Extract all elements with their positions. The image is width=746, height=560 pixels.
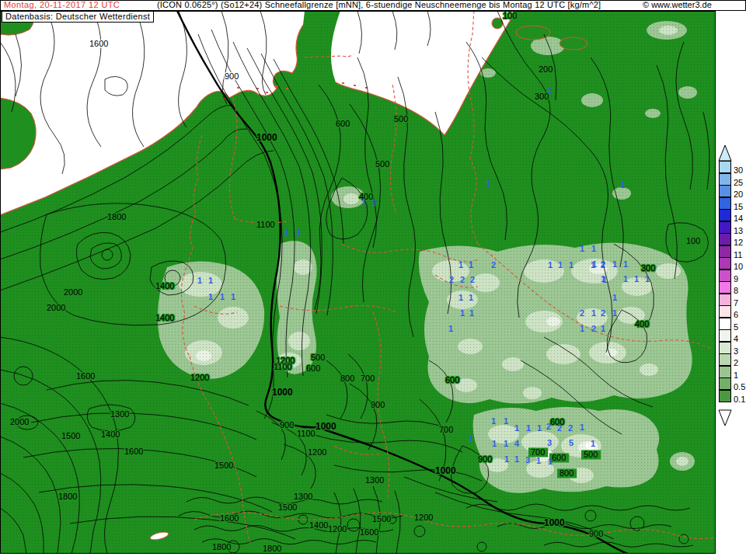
bold-contour-label: 1000: [256, 132, 277, 143]
boxed-contour-label: 800: [560, 468, 573, 478]
snow-amount-value: 2: [601, 259, 605, 269]
contour-label: 1200: [328, 524, 347, 534]
snow-amount-value: 1: [536, 456, 541, 465]
legend-value-label: 0.5: [734, 383, 745, 391]
island: [560, 37, 587, 50]
legend-arrow-down-icon: [718, 409, 732, 426]
snow-amount-value: 1: [491, 416, 496, 426]
snow-amount-value: 1: [469, 293, 473, 302]
snow-amount-value: 2: [372, 198, 377, 207]
contour-label: 1600: [76, 371, 95, 381]
contour-label: 600: [445, 375, 459, 384]
snow-amount-value: 1: [361, 198, 366, 207]
legend-value-label: 25: [734, 179, 743, 187]
legend-value-label: 5: [734, 323, 738, 332]
contour-label: 2000: [47, 303, 65, 312]
contour-label: 600: [336, 119, 350, 128]
snow-amount-value: 1: [284, 228, 289, 238]
legend-value-label: 30: [734, 166, 743, 175]
snow-amount-value: 2: [460, 275, 465, 284]
bold-contour-label: 1000: [272, 387, 293, 398]
snow-amount-value: 1: [514, 454, 519, 464]
snow-amount-value: 1: [492, 439, 497, 448]
legend-color-box: [719, 329, 731, 342]
snow-amount-value: 2: [591, 324, 596, 333]
snow-amount-value: 1: [612, 293, 617, 302]
contour-label: 1500: [278, 503, 297, 512]
contour-label: 900: [371, 400, 385, 409]
contour-label: 1800: [107, 212, 126, 221]
snow-amount-value: 2: [580, 308, 584, 318]
snow-amount-value: 1: [612, 308, 617, 318]
contour-label: 100: [503, 11, 517, 20]
legend-value-label: 2: [734, 359, 738, 367]
snow-amount-value: 1: [296, 228, 301, 238]
contour-label: 200: [539, 64, 553, 74]
snow-amount-value: 3: [547, 438, 552, 447]
snow-amount-value: 1: [601, 274, 605, 283]
snow-amount-value: 1: [548, 260, 553, 270]
legend-color-box: [719, 197, 731, 210]
snow-amount-value: 1: [460, 308, 465, 318]
legend-value-label: 14: [734, 214, 743, 223]
snow-amount-value: 1: [634, 274, 639, 283]
snow-amount-value: 1: [620, 180, 625, 190]
snow-amount-value: 2: [491, 260, 496, 270]
bold-contour-label: 1000: [315, 421, 336, 432]
contour-label: 1300: [110, 409, 129, 419]
island: [516, 26, 550, 40]
snow-amount-value: 1: [548, 457, 553, 466]
legend-value-label: 4: [734, 335, 738, 343]
legend-color-box: [719, 173, 731, 186]
contour-label: 300: [641, 263, 655, 273]
legend-value-label: 20: [734, 190, 743, 199]
snow-amount-value: 1: [448, 324, 453, 333]
snow-amount-value: 1: [591, 439, 595, 448]
snow-amount-value: 1: [197, 276, 202, 285]
contour-label: 800: [340, 374, 354, 383]
snow-amount-value: 1: [623, 274, 628, 283]
legend-value-label: 11: [734, 251, 742, 259]
legend-color-box: [719, 185, 731, 197]
map-area: 700600500800 160090010060050050040020030…: [0, 11, 716, 554]
snow-amount-value: 1: [231, 292, 235, 301]
contour-label: 700: [361, 374, 375, 383]
legend-color-box: [719, 318, 731, 330]
contour-label: 1400: [309, 520, 328, 530]
snow-amount-value: 1: [504, 439, 508, 448]
contour-label: 1400: [155, 313, 174, 322]
contour-label: 1500: [61, 431, 80, 440]
snow-amount-value: 2: [568, 423, 573, 433]
contour-label: 500: [375, 159, 389, 169]
snow-amount-value: 1: [469, 260, 473, 270]
snow-amount-value: 1: [580, 423, 584, 432]
contour-label: 1200: [190, 373, 209, 382]
legend-color-box: [719, 257, 731, 270]
snow-amount-value: 1: [469, 308, 474, 318]
legend-color-box: [719, 245, 731, 258]
contour-label: 100: [686, 236, 700, 245]
legend-value-label: 7: [734, 299, 738, 308]
snow-amount-value: 1: [580, 324, 584, 333]
contour-label: 900: [589, 529, 603, 538]
header-datetime: Montag, 20-11-2017 12 UTC: [4, 1, 120, 9]
bold-contour-label: 1000: [544, 517, 565, 528]
contour-label: 600: [306, 363, 320, 373]
legend-value-label: 15: [734, 203, 743, 211]
legend-color-box: [719, 377, 731, 390]
snow-amount-value: 1: [504, 454, 509, 464]
boxed-contour-label: 600: [552, 453, 566, 462]
snow-amount-value: 1: [601, 324, 605, 333]
legend-color-box: [719, 233, 731, 245]
snow-amount-value: 1: [208, 276, 213, 285]
snow-amount-value: 1: [592, 259, 597, 269]
snow-amount-value: 1: [514, 423, 519, 433]
weather-map: 700600500800 160090010060050050040020030…: [0, 11, 716, 554]
contour-label: 2000: [10, 417, 29, 426]
contour-label: 1400: [155, 281, 174, 290]
snow-amount-value: 1: [537, 423, 542, 433]
snow-amount-value: 5: [569, 438, 573, 447]
contour-label: 1600: [89, 39, 108, 48]
snow-amount-value: 2: [601, 308, 605, 318]
contour-label: 900: [225, 71, 239, 81]
